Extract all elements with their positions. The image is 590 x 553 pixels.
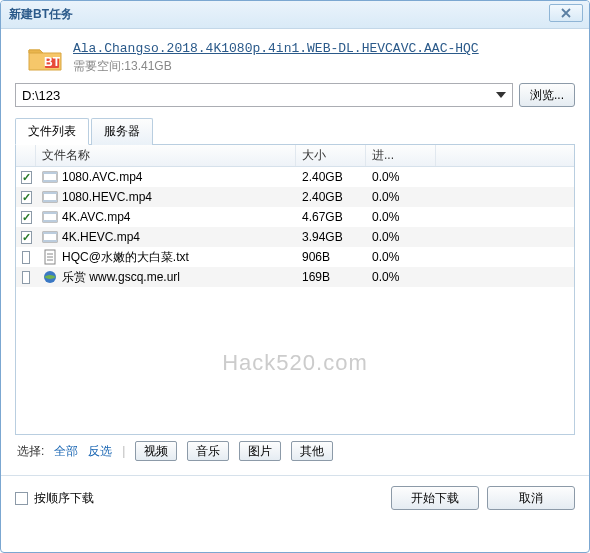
col-progress[interactable]: 进...: [366, 145, 436, 166]
sequential-checkbox[interactable]: [15, 492, 28, 505]
svg-text:BT: BT: [44, 55, 61, 69]
select-label: 选择:: [17, 443, 44, 460]
file-name: 4K.AVC.mp4: [62, 210, 130, 224]
col-name[interactable]: 文件名称: [36, 145, 296, 166]
file-size: 906B: [296, 250, 366, 264]
file-progress: 0.0%: [366, 270, 436, 284]
file-type-icon: [42, 249, 58, 265]
row-checkbox[interactable]: [21, 191, 32, 204]
svg-rect-10: [43, 220, 57, 222]
path-input[interactable]: [15, 83, 513, 107]
watermark-text: Hack520.com: [16, 350, 574, 376]
file-list-panel: 文件名称 大小 进... 1080.AVC.mp42.40GB0.0%1080.…: [15, 145, 575, 435]
table-row[interactable]: 4K.HEVC.mp43.94GB0.0%: [16, 227, 574, 247]
content-area: BT Ala.Changso.2018.4K1080p.4in1.WEB-DL.…: [1, 29, 589, 475]
file-type-icon: [42, 189, 58, 205]
table-header: 文件名称 大小 进...: [16, 145, 574, 167]
titlebar: 新建BT任务: [1, 1, 589, 29]
row-checkbox[interactable]: [21, 211, 32, 224]
file-size: 2.40GB: [296, 170, 366, 184]
svg-rect-4: [43, 180, 57, 182]
file-size: 3.94GB: [296, 230, 366, 244]
svg-rect-3: [43, 172, 57, 174]
file-name: HQC@水嫩的大白菜.txt: [62, 249, 189, 266]
file-name: 1080.HEVC.mp4: [62, 190, 152, 204]
tab-file-list[interactable]: 文件列表: [15, 118, 89, 145]
cancel-button[interactable]: 取消: [487, 486, 575, 510]
footer: 按顺序下载 开始下载 取消: [1, 475, 589, 520]
filter-other-button[interactable]: 其他: [291, 441, 333, 461]
file-progress: 0.0%: [366, 170, 436, 184]
close-icon: [561, 8, 571, 18]
file-type-icon: [42, 229, 58, 245]
dialog-window: 新建BT任务 BT Ala.Changso.2018.4K1080p.4in1.…: [0, 0, 590, 553]
required-space: 需要空间:13.41GB: [73, 58, 479, 75]
footer-buttons: 开始下载 取消: [391, 486, 575, 510]
row-checkbox[interactable]: [22, 271, 30, 284]
svg-rect-6: [43, 192, 57, 194]
row-checkbox[interactable]: [22, 251, 30, 264]
svg-rect-12: [43, 232, 57, 234]
torrent-header: BT Ala.Changso.2018.4K1080p.4in1.WEB-DL.…: [15, 41, 575, 75]
close-button[interactable]: [549, 4, 583, 22]
filter-music-button[interactable]: 音乐: [187, 441, 229, 461]
path-row: 浏览...: [15, 83, 575, 107]
selection-bar: 选择: 全部 反选 | 视频 音乐 图片 其他: [15, 435, 575, 467]
sequential-download-option[interactable]: 按顺序下载: [15, 490, 94, 507]
table-body: 1080.AVC.mp42.40GB0.0%1080.HEVC.mp42.40G…: [16, 167, 574, 287]
col-check: [16, 145, 36, 166]
torrent-name: Ala.Changso.2018.4K1080p.4in1.WEB-DL.HEV…: [73, 41, 479, 56]
file-size: 4.67GB: [296, 210, 366, 224]
table-row[interactable]: HQC@水嫩的大白菜.txt906B0.0%: [16, 247, 574, 267]
tab-servers[interactable]: 服务器: [91, 118, 153, 145]
window-title: 新建BT任务: [9, 6, 73, 23]
table-row[interactable]: 乐赏 www.gscq.me.url169B0.0%: [16, 267, 574, 287]
table-row[interactable]: 1080.HEVC.mp42.40GB0.0%: [16, 187, 574, 207]
select-all-link[interactable]: 全部: [54, 443, 78, 460]
select-invert-link[interactable]: 反选: [88, 443, 112, 460]
browse-button[interactable]: 浏览...: [519, 83, 575, 107]
separator: |: [122, 444, 125, 458]
table-row[interactable]: 4K.AVC.mp44.67GB0.0%: [16, 207, 574, 227]
row-checkbox[interactable]: [21, 171, 32, 184]
svg-rect-9: [43, 212, 57, 214]
file-type-icon: [42, 269, 58, 285]
filter-video-button[interactable]: 视频: [135, 441, 177, 461]
file-progress: 0.0%: [366, 230, 436, 244]
file-progress: 0.0%: [366, 190, 436, 204]
file-type-icon: [42, 209, 58, 225]
file-name: 4K.HEVC.mp4: [62, 230, 140, 244]
filter-image-button[interactable]: 图片: [239, 441, 281, 461]
file-name: 1080.AVC.mp4: [62, 170, 143, 184]
file-progress: 0.0%: [366, 250, 436, 264]
start-download-button[interactable]: 开始下载: [391, 486, 479, 510]
row-checkbox[interactable]: [21, 231, 32, 244]
table-row[interactable]: 1080.AVC.mp42.40GB0.0%: [16, 167, 574, 187]
file-name: 乐赏 www.gscq.me.url: [62, 269, 180, 286]
svg-rect-7: [43, 200, 57, 202]
file-type-icon: [42, 169, 58, 185]
file-size: 2.40GB: [296, 190, 366, 204]
col-size[interactable]: 大小: [296, 145, 366, 166]
svg-rect-13: [43, 240, 57, 242]
bt-folder-icon: BT: [27, 44, 63, 72]
file-size: 169B: [296, 270, 366, 284]
tab-bar: 文件列表 服务器: [15, 117, 575, 145]
sequential-label: 按顺序下载: [34, 490, 94, 507]
file-progress: 0.0%: [366, 210, 436, 224]
